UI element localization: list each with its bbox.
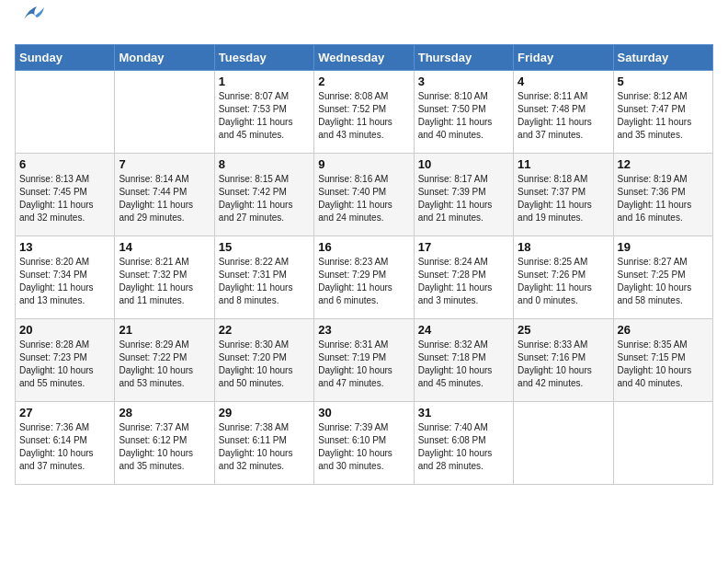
calendar-cell: 9Sunrise: 8:16 AM Sunset: 7:40 PM Daylig… [314,154,414,236]
calendar-cell: 4Sunrise: 8:11 AM Sunset: 7:48 PM Daylig… [514,71,613,154]
day-info: Sunrise: 8:18 AM Sunset: 7:37 PM Dayligh… [518,173,609,224]
calendar-cell: 13Sunrise: 8:20 AM Sunset: 7:34 PM Dayli… [16,236,115,319]
calendar-cell: 30Sunrise: 7:39 AM Sunset: 6:10 PM Dayli… [314,402,414,485]
day-number: 10 [418,157,509,171]
day-info: Sunrise: 8:33 AM Sunset: 7:16 PM Dayligh… [518,339,609,390]
page-header [15,15,713,35]
day-info: Sunrise: 8:20 AM Sunset: 7:34 PM Dayligh… [19,256,110,307]
day-number: 27 [19,406,110,419]
calendar-cell: 3Sunrise: 8:10 AM Sunset: 7:50 PM Daylig… [414,71,513,154]
day-number: 11 [518,157,609,171]
day-number: 29 [219,406,310,419]
day-number: 28 [119,406,210,419]
day-info: Sunrise: 7:40 AM Sunset: 6:08 PM Dayligh… [418,421,509,473]
day-info: Sunrise: 8:24 AM Sunset: 7:28 PM Dayligh… [418,256,509,307]
day-info: Sunrise: 8:07 AM Sunset: 7:53 PM Dayligh… [219,90,310,142]
calendar-cell: 7Sunrise: 8:14 AM Sunset: 7:44 PM Daylig… [115,154,214,236]
calendar-cell: 21Sunrise: 8:29 AM Sunset: 7:22 PM Dayli… [115,319,214,402]
day-info: Sunrise: 8:28 AM Sunset: 7:23 PM Dayligh… [19,339,110,390]
day-number: 15 [219,240,310,254]
day-info: Sunrise: 8:22 AM Sunset: 7:31 PM Dayligh… [219,256,310,307]
day-info: Sunrise: 8:29 AM Sunset: 7:22 PM Dayligh… [119,339,210,390]
calendar-cell: 18Sunrise: 8:25 AM Sunset: 7:26 PM Dayli… [514,236,613,319]
weekday-header: Tuesday [214,45,313,71]
day-info: Sunrise: 8:12 AM Sunset: 7:47 PM Dayligh… [618,90,709,142]
day-info: Sunrise: 8:11 AM Sunset: 7:48 PM Dayligh… [518,90,609,142]
day-info: Sunrise: 8:19 AM Sunset: 7:36 PM Dayligh… [618,173,709,224]
day-info: Sunrise: 7:37 AM Sunset: 6:12 PM Dayligh… [119,421,210,473]
day-info: Sunrise: 8:17 AM Sunset: 7:39 PM Dayligh… [418,173,509,224]
day-number: 25 [518,323,609,337]
calendar-cell: 2Sunrise: 8:08 AM Sunset: 7:52 PM Daylig… [314,71,414,154]
day-info: Sunrise: 8:31 AM Sunset: 7:19 PM Dayligh… [318,339,409,390]
calendar-cell: 10Sunrise: 8:17 AM Sunset: 7:39 PM Dayli… [414,154,513,236]
day-info: Sunrise: 8:13 AM Sunset: 7:45 PM Dayligh… [19,173,110,224]
calendar-cell: 27Sunrise: 7:36 AM Sunset: 6:14 PM Dayli… [16,402,115,485]
calendar-cell: 14Sunrise: 8:21 AM Sunset: 7:32 PM Dayli… [115,236,214,319]
logo-bird-icon [17,3,44,29]
day-info: Sunrise: 7:39 AM Sunset: 6:10 PM Dayligh… [318,421,409,473]
day-number: 8 [219,157,310,171]
calendar-cell: 17Sunrise: 8:24 AM Sunset: 7:28 PM Dayli… [414,236,513,319]
day-number: 17 [418,240,509,254]
day-number: 14 [119,240,210,254]
day-number: 9 [318,157,409,171]
day-info: Sunrise: 8:35 AM Sunset: 7:15 PM Dayligh… [618,339,709,390]
day-number: 21 [119,323,210,337]
calendar-cell: 29Sunrise: 7:38 AM Sunset: 6:11 PM Dayli… [214,402,313,485]
day-info: Sunrise: 7:38 AM Sunset: 6:11 PM Dayligh… [219,421,310,473]
day-number: 20 [19,323,110,337]
calendar-cell: 24Sunrise: 8:32 AM Sunset: 7:18 PM Dayli… [414,319,513,402]
day-info: Sunrise: 8:14 AM Sunset: 7:44 PM Dayligh… [119,173,210,224]
weekday-header: Saturday [613,45,712,71]
day-info: Sunrise: 8:30 AM Sunset: 7:20 PM Dayligh… [219,339,310,390]
logo [15,15,44,35]
day-number: 19 [618,240,709,254]
calendar-cell [514,402,613,485]
day-number: 7 [119,157,210,171]
calendar-cell: 22Sunrise: 8:30 AM Sunset: 7:20 PM Dayli… [214,319,313,402]
day-number: 12 [618,157,709,171]
calendar-cell: 31Sunrise: 7:40 AM Sunset: 6:08 PM Dayli… [414,402,513,485]
day-info: Sunrise: 8:32 AM Sunset: 7:18 PM Dayligh… [418,339,509,390]
day-info: Sunrise: 8:23 AM Sunset: 7:29 PM Dayligh… [318,256,409,307]
day-number: 4 [518,75,609,88]
day-number: 26 [618,323,709,337]
day-number: 23 [318,323,409,337]
day-number: 30 [318,406,409,419]
calendar-cell: 28Sunrise: 7:37 AM Sunset: 6:12 PM Dayli… [115,402,214,485]
day-number: 3 [418,75,509,88]
calendar-table: SundayMondayTuesdayWednesdayThursdayFrid… [15,44,713,485]
day-number: 6 [19,157,110,171]
calendar-cell: 1Sunrise: 8:07 AM Sunset: 7:53 PM Daylig… [214,71,313,154]
calendar-cell: 12Sunrise: 8:19 AM Sunset: 7:36 PM Dayli… [613,154,712,236]
day-info: Sunrise: 8:08 AM Sunset: 7:52 PM Dayligh… [318,90,409,142]
weekday-header: Friday [514,45,613,71]
day-number: 13 [19,240,110,254]
day-number: 16 [318,240,409,254]
day-number: 31 [418,406,509,419]
weekday-header: Monday [115,45,214,71]
weekday-header: Thursday [414,45,513,71]
weekday-header: Wednesday [314,45,414,71]
calendar-cell: 25Sunrise: 8:33 AM Sunset: 7:16 PM Dayli… [514,319,613,402]
day-info: Sunrise: 7:36 AM Sunset: 6:14 PM Dayligh… [19,421,110,473]
calendar-cell: 5Sunrise: 8:12 AM Sunset: 7:47 PM Daylig… [613,71,712,154]
calendar-cell [115,71,214,154]
calendar-cell: 16Sunrise: 8:23 AM Sunset: 7:29 PM Dayli… [314,236,414,319]
day-number: 5 [618,75,709,88]
day-info: Sunrise: 8:16 AM Sunset: 7:40 PM Dayligh… [318,173,409,224]
day-info: Sunrise: 8:25 AM Sunset: 7:26 PM Dayligh… [518,256,609,307]
day-number: 22 [219,323,310,337]
calendar-cell: 8Sunrise: 8:15 AM Sunset: 7:42 PM Daylig… [214,154,313,236]
day-number: 1 [219,75,310,88]
day-info: Sunrise: 8:21 AM Sunset: 7:32 PM Dayligh… [119,256,210,307]
calendar-cell: 26Sunrise: 8:35 AM Sunset: 7:15 PM Dayli… [613,319,712,402]
day-info: Sunrise: 8:10 AM Sunset: 7:50 PM Dayligh… [418,90,509,142]
calendar-cell: 6Sunrise: 8:13 AM Sunset: 7:45 PM Daylig… [16,154,115,236]
day-info: Sunrise: 8:27 AM Sunset: 7:25 PM Dayligh… [618,256,709,307]
calendar-cell [613,402,712,485]
weekday-header: Sunday [16,45,115,71]
calendar-cell [16,71,115,154]
calendar-cell: 19Sunrise: 8:27 AM Sunset: 7:25 PM Dayli… [613,236,712,319]
